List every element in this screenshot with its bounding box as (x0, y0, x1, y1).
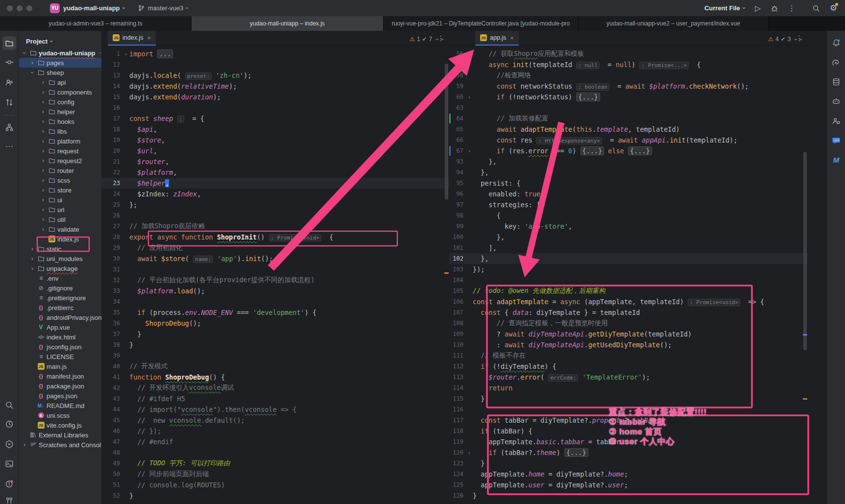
fold-arrow-icon[interactable]: › (466, 94, 473, 100)
activity-item-lingma[interactable]: M (829, 153, 843, 167)
branch-selector[interactable]: master-vue3› (138, 4, 189, 12)
activity-item-structure[interactable] (2, 120, 16, 134)
activity-item-codegeex[interactable]: </> (829, 134, 843, 147)
chevron-right-icon[interactable]: › (28, 59, 36, 66)
search-icon[interactable] (812, 4, 820, 12)
chevron-down-icon[interactable]: › (28, 69, 36, 76)
code-line-107: 107 const { data: diyTemplate } = templa… (449, 307, 808, 318)
chevron-right-icon[interactable]: › (39, 108, 47, 115)
next-issue-icon[interactable]: › (439, 38, 445, 40)
window-controls[interactable] (7, 5, 32, 11)
activity-item-recent[interactable] (2, 417, 16, 431)
chevron-right-icon[interactable]: › (39, 98, 47, 105)
scss-icon: S (36, 412, 46, 418)
code-text: const networkStatus : boolean = await $p… (473, 82, 748, 90)
chevron-right-icon[interactable]: › (28, 245, 36, 252)
close-icon[interactable]: × (147, 34, 151, 42)
code-line-38: 38} (101, 339, 449, 350)
inspections-widget-right[interactable]: ⚠ 4 ✔ 3 › › (768, 36, 802, 43)
window-tab[interactable]: yudao-ui-admin-vue3 – remaining.ts (0, 16, 192, 31)
chevron-right-icon[interactable]: › (39, 128, 47, 135)
debug-button[interactable] (771, 4, 778, 12)
line-number: 65 (449, 126, 466, 133)
activity-item-version-pins[interactable] (2, 494, 16, 504)
fold-arrow-icon[interactable]: › (466, 450, 473, 456)
code-line-23: 23 $helper, (101, 178, 449, 189)
activity-item-more-tool-windows[interactable] (2, 140, 16, 153)
chevron-right-icon[interactable]: › (39, 177, 47, 184)
scrollbar-info-mark (803, 334, 807, 336)
tfolder-icon (48, 177, 55, 184)
fold-arrow-icon[interactable]: › (466, 148, 473, 154)
editor-tab-index-js[interactable]: JS index.js × (108, 31, 156, 46)
chevron-right-icon[interactable]: › (21, 441, 28, 448)
activity-item-project[interactable] (2, 36, 16, 50)
chevron-right-icon[interactable]: › (39, 187, 47, 193)
window-tab[interactable]: yudao-mall-uniapp – index.js (192, 16, 384, 31)
close-window-button[interactable] (7, 5, 13, 11)
chevron-right-icon[interactable]: › (39, 226, 47, 233)
chevron-right-icon[interactable]: › (39, 216, 47, 223)
activity-bar-divider (4, 115, 14, 116)
window-tab[interactable]: yudao-mall-uniapp-vue2 – user_payment/in… (579, 16, 769, 31)
chevron-right-icon[interactable]: › (39, 167, 47, 174)
code-text: // 平台初始化加载(各平台provider提供不同的加载流程) (129, 276, 314, 285)
project-selector[interactable]: yudao-mall-uniapp› (63, 4, 125, 12)
chevron-right-icon[interactable]: › (39, 138, 47, 144)
chevron-right-icon[interactable]: › (39, 118, 47, 125)
close-icon[interactable]: × (510, 34, 514, 42)
scrollbar-left[interactable] (445, 64, 448, 200)
chevron-right-icon[interactable]: › (28, 255, 36, 262)
activity-item-notifications[interactable] (829, 36, 843, 50)
tree-item-label: README.md (47, 402, 84, 409)
activity-item-terminal[interactable] (2, 457, 16, 471)
list-icon: ≡ (36, 353, 46, 360)
more-actions-button[interactable]: ⋮ (788, 4, 796, 12)
chevron-right-icon[interactable]: › (39, 79, 47, 86)
activity-item-copilot[interactable] (829, 95, 843, 108)
chevron-right-icon[interactable]: › (39, 206, 47, 213)
activity-item-code-review-chat[interactable] (829, 114, 843, 128)
activity-item-database[interactable] (829, 75, 843, 89)
json-icon: {} (39, 383, 43, 389)
run-configuration-selector[interactable]: Current File› (704, 4, 745, 12)
tfolder-icon (38, 265, 45, 272)
activity-item-search-everywhere[interactable] (2, 398, 16, 412)
activity-item-pull-requests[interactable] (2, 96, 16, 109)
minimize-window-button[interactable] (17, 5, 23, 11)
line-number: 47 (101, 438, 122, 445)
next-issue-icon[interactable]: › (797, 38, 804, 40)
activity-item-commit[interactable] (2, 55, 16, 69)
code-text: await $store( name: 'app').init(); (129, 255, 273, 263)
run-button[interactable]: ▷ (755, 4, 761, 12)
code-line-123: 123 } (449, 458, 808, 469)
fold-arrow-icon[interactable]: › (122, 51, 129, 57)
line-number: 43 (101, 395, 122, 402)
activity-item-code-with-me[interactable] (2, 75, 16, 89)
code-line-66: 66 const res : HttpResponse<any> = await… (449, 135, 808, 145)
activity-item-services[interactable] (2, 437, 16, 451)
chevron-right-icon[interactable]: › (39, 147, 47, 154)
scrollbar-right[interactable] (803, 152, 807, 350)
zoom-window-button[interactable] (26, 5, 32, 11)
chevron-right-icon[interactable]: › (39, 89, 47, 96)
code-area-index-js[interactable]: 1›import ...1213dayjs.locale( preset: 'z… (101, 46, 449, 504)
code-line-36: 36 ShoproDebug(); (101, 318, 449, 329)
code-text: // #ifdef H5 (129, 395, 185, 403)
chevron-right-icon[interactable]: › (28, 265, 36, 272)
activity-item-ai-assistant[interactable] (829, 56, 843, 70)
inspections-widget-left[interactable]: ⚠ 1 ✔ 7 › › (410, 36, 443, 43)
line-number: 36 (101, 320, 122, 327)
activity-item-problems[interactable] (2, 477, 16, 491)
chevron-right-icon[interactable]: › (39, 157, 47, 164)
tree-item-label: uni_modules (47, 255, 83, 263)
chevron-down-icon[interactable]: › (21, 49, 28, 56)
chevron-right-icon[interactable]: › (39, 196, 47, 203)
code-area-app-js[interactable]: 56 // 获取Shopro应用配置和模板57 async init(templ… (449, 46, 808, 504)
code-text: appTemplate.home = diyTemplate?.home; (473, 470, 628, 478)
chevron-down-icon: › (741, 7, 748, 9)
settings-button[interactable]: ⚙ (830, 4, 837, 13)
editor-tab-app-js[interactable]: JS app.js × (475, 31, 519, 46)
line-number: 16 (101, 104, 122, 111)
window-tab[interactable]: ruoyi-vue-pro-jdk21 – DiyTemplateControl… (384, 16, 579, 31)
